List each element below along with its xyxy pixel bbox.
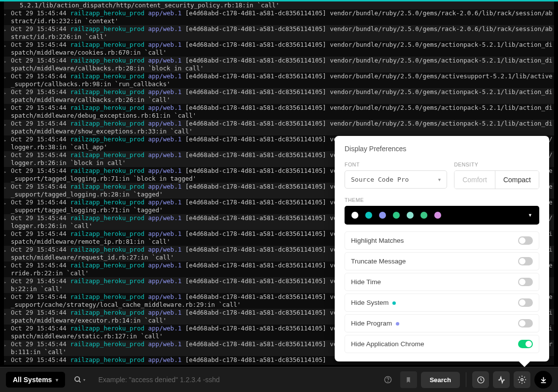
log-line[interactable]: ▸Oct 29 15:45:44 railzapp_heroku_prod ap…: [4, 25, 554, 41]
log-text: Oct 29 15:45:44 railzapp_heroku_prod app…: [10, 57, 554, 72]
settings-icon[interactable]: [514, 371, 530, 388]
theme-swatch[interactable]: [351, 212, 358, 219]
density-comfort-button[interactable]: Comfort: [454, 171, 495, 189]
expand-icon[interactable]: ▸: [4, 9, 10, 25]
toggle-row: Hide Application Chrome: [345, 335, 539, 353]
search-button[interactable]: Search: [421, 372, 460, 388]
search-input[interactable]: [94, 372, 375, 388]
theme-swatch[interactable]: [434, 212, 441, 219]
log-text: Oct 29 15:45:44 railzapp_heroku_prod app…: [10, 72, 554, 88]
toggle-row: Highlight Matches: [345, 231, 539, 250]
chevron-down-icon: ▼: [438, 177, 441, 182]
toggle-switch[interactable]: [518, 257, 533, 265]
expand-icon[interactable]: ▸: [4, 72, 10, 88]
expand-icon[interactable]: ▸: [4, 340, 10, 356]
toggle-row: Hide Time: [345, 273, 539, 291]
toggle-switch[interactable]: [518, 340, 533, 348]
density-toggle: Comfort Compact: [454, 170, 539, 189]
theme-swatch[interactable]: [379, 212, 386, 219]
font-select[interactable]: Source Code Pro ▼: [345, 170, 447, 189]
toggle-switch[interactable]: [518, 319, 533, 327]
expand-icon[interactable]: ▸: [4, 309, 10, 325]
expand-icon[interactable]: ▸: [4, 261, 10, 277]
expand-icon[interactable]: ▸: [4, 293, 10, 309]
log-text: Oct 29 15:45:44 railzapp_heroku_prod app…: [10, 88, 554, 104]
log-text: Oct 29 15:45:44 railzapp_heroku_prod app…: [10, 120, 554, 135]
log-line[interactable]: ▸Oct 29 15:45:44 railzapp_heroku_prod ap…: [4, 57, 554, 72]
log-line[interactable]: ▸Oct 29 15:45:44 railzapp_heroku_prod ap…: [4, 72, 554, 88]
theme-select[interactable]: ▼: [345, 206, 539, 225]
chevron-down-icon: ▾: [56, 377, 58, 383]
expand-icon[interactable]: ▸: [4, 88, 10, 104]
density-label: DENSITY: [454, 162, 539, 167]
log-line[interactable]: ▸Oct 29 15:45:44 railzapp_heroku_prod ap…: [4, 120, 554, 135]
density-compact-button[interactable]: Compact: [495, 171, 539, 189]
svg-point-0: [75, 377, 79, 381]
expand-icon[interactable]: ▸: [4, 230, 10, 246]
expand-icon[interactable]: ▸: [4, 151, 10, 167]
font-label: FONT: [345, 162, 447, 167]
expand-icon[interactable]: ▸: [4, 41, 10, 57]
chevron-down-icon: ▾: [83, 378, 85, 382]
log-text: Oct 29 15:45:44 railzapp_heroku_prod app…: [10, 9, 554, 25]
theme-swatch[interactable]: [420, 212, 427, 219]
scroll-bottom-icon[interactable]: [534, 371, 552, 389]
toggle-label: Hide System: [351, 299, 396, 306]
log-line-partial[interactable]: 5.2.1/lib/action_dispatch/http/content_s…: [4, 1, 554, 9]
chevron-down-icon: ▼: [528, 213, 532, 218]
expand-icon[interactable]: ▸: [4, 57, 10, 72]
search-mode-button[interactable]: ▾: [69, 372, 90, 388]
toggle-switch[interactable]: [518, 278, 533, 286]
log-line[interactable]: ▸Oct 29 15:45:44 railzapp_heroku_prod ap…: [4, 88, 554, 104]
toggle-label: Truncate Message: [351, 258, 406, 265]
systems-dropdown[interactable]: All Systems ▾: [6, 372, 65, 388]
expand-icon[interactable]: ▸: [4, 104, 10, 120]
expand-icon[interactable]: ▸: [4, 325, 10, 340]
expand-icon[interactable]: ▸: [4, 25, 10, 41]
toggle-row: Truncate Message: [345, 252, 539, 270]
toggle-label: Highlight Matches: [351, 237, 404, 244]
log-text: Oct 29 15:45:44 railzapp_heroku_prod app…: [10, 104, 554, 120]
theme-swatch[interactable]: [407, 212, 414, 219]
search-icon: [74, 376, 82, 384]
expand-icon[interactable]: ▸: [4, 167, 10, 183]
toggle-list: Highlight MatchesTruncate MessageHide Ti…: [345, 231, 539, 356]
font-value: Source Code Pro: [351, 176, 409, 183]
divider: [466, 372, 466, 387]
toggle-label: Hide Application Chrome: [351, 340, 424, 348]
expand-icon[interactable]: ▸: [4, 246, 10, 261]
expand-icon[interactable]: ▸: [4, 214, 10, 230]
log-line[interactable]: ▸Oct 29 15:45:44 railzapp_heroku_prod ap…: [4, 41, 554, 57]
color-dot: [392, 301, 396, 305]
help-icon[interactable]: [380, 371, 396, 388]
clock-icon[interactable]: [472, 371, 489, 388]
bottom-toolbar: All Systems ▾ ▾ Search: [0, 367, 558, 392]
expand-icon[interactable]: ▸: [4, 198, 10, 214]
theme-swatch[interactable]: [393, 212, 400, 219]
log-text: Oct 29 15:45:44 railzapp_heroku_prod app…: [10, 25, 554, 41]
bookmark-icon[interactable]: [400, 371, 417, 388]
toggle-switch[interactable]: [518, 298, 533, 307]
toggle-label: Hide Program: [351, 320, 399, 327]
toggle-label: Hide Time: [351, 278, 381, 286]
svg-point-5: [521, 379, 523, 381]
svg-point-3: [387, 382, 388, 382]
toggle-switch[interactable]: [518, 236, 533, 245]
systems-label: All Systems: [13, 376, 52, 384]
expand-icon[interactable]: ▸: [4, 356, 10, 365]
svg-line-1: [79, 381, 80, 382]
log-text: Oct 29 15:45:44 railzapp_heroku_prod app…: [10, 41, 554, 57]
expand-icon[interactable]: ▸: [4, 120, 10, 135]
expand-icon[interactable]: ▸: [4, 277, 10, 293]
expand-icon[interactable]: ▸: [4, 135, 10, 151]
display-preferences-panel: Display Preferences FONT Source Code Pro…: [335, 136, 549, 361]
log-line[interactable]: ▸Oct 29 15:45:44 railzapp_heroku_prod ap…: [4, 9, 554, 25]
theme-swatch[interactable]: [365, 212, 372, 219]
toggle-row: Hide Program: [345, 314, 539, 332]
color-dot: [396, 322, 399, 326]
activity-icon[interactable]: [493, 371, 510, 388]
log-line[interactable]: ▸Oct 29 15:45:44 railzapp_heroku_prod ap…: [4, 104, 554, 120]
prefs-title: Display Preferences: [345, 145, 539, 153]
theme-label: THEME: [345, 197, 539, 203]
expand-icon[interactable]: ▸: [4, 183, 10, 198]
